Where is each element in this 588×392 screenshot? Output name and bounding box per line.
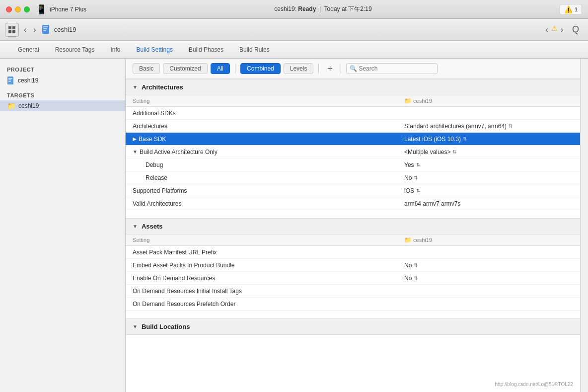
- svg-rect-2: [8, 30, 11, 33]
- table-row[interactable]: Embed Asset Packs In Product Bundle No ⇅: [126, 259, 580, 272]
- project-name: ceshi19: [54, 26, 76, 33]
- warning-icon: ⚠️: [564, 5, 573, 13]
- table-row[interactable]: On Demand Resources Prefetch Order: [126, 298, 580, 311]
- basic-filter-button[interactable]: Basic: [133, 63, 160, 74]
- sidebar: PROJECT ceshi19 TARGETS 📁 ceshi19: [0, 59, 126, 392]
- title-bar: 📱 iPhone 7 Plus ceshi19: Ready | Today a…: [0, 0, 588, 19]
- sidebar-item-project[interactable]: ceshi19: [0, 75, 125, 86]
- table-row[interactable]: ▼ Build Active Architecture Only <Multip…: [126, 146, 580, 158]
- combined-filter-button[interactable]: Combined: [240, 63, 281, 74]
- project-item-label: ceshi19: [18, 77, 38, 84]
- assets-col-folder-icon: 📁: [404, 236, 412, 243]
- main-layout: PROJECT ceshi19 TARGETS 📁 ceshi19 Basic …: [0, 59, 588, 392]
- table-row[interactable]: Release No ⇅: [126, 171, 580, 184]
- svg-rect-5: [43, 26, 48, 27]
- minimize-button[interactable]: [15, 6, 21, 12]
- search-icon: 🔍: [350, 65, 357, 72]
- assets-section: ▼ Assets Setting 📁 ceshi19 Asset Pack Ma…: [126, 218, 580, 311]
- assets-title: Assets: [142, 223, 163, 230]
- watermark: http://blog.csdn.net/Lo@51©TOL22: [495, 382, 573, 387]
- tab-general[interactable]: General: [10, 43, 47, 56]
- search-wrapper: 🔍: [346, 63, 573, 74]
- content-area: Basic Customized All Combined Levels + 🔍…: [126, 59, 580, 392]
- tab-info[interactable]: Info: [103, 43, 129, 56]
- architectures-section: ▼ Architectures Setting 📁 ceshi19 Additi…: [126, 79, 580, 210]
- warning-badge[interactable]: ⚠️ 1: [560, 4, 582, 15]
- prev-arrow[interactable]: ‹: [543, 24, 550, 35]
- build-locations-section-header[interactable]: ▼ Build Locations: [126, 318, 580, 335]
- maximize-button[interactable]: [24, 6, 30, 12]
- filter-divider-3: [341, 64, 341, 74]
- table-row[interactable]: Valid Architectures arm64 armv7 armv7s: [126, 197, 580, 210]
- svg-rect-8: [7, 77, 13, 84]
- section-collapse-arrow: ▼: [133, 224, 138, 229]
- column-header-row: Setting 📁 ceshi19: [126, 95, 580, 107]
- back-button[interactable]: ‹: [22, 24, 28, 35]
- add-button[interactable]: +: [324, 63, 336, 75]
- assets-section-header[interactable]: ▼ Assets: [126, 218, 580, 235]
- architectures-title: Architectures: [142, 83, 183, 91]
- customized-filter-button[interactable]: Customized: [163, 63, 207, 74]
- section-gap: [126, 210, 580, 218]
- svg-rect-7: [43, 30, 46, 31]
- device-name: iPhone 7 Plus: [50, 6, 86, 13]
- col-setting-header: Setting: [133, 98, 404, 104]
- assets-column-header-row: Setting 📁 ceshi19: [126, 235, 580, 246]
- build-locations-title: Build Locations: [142, 323, 190, 330]
- section-collapse-arrow: ▼: [133, 324, 138, 329]
- table-row[interactable]: Asset Pack Manifest URL Prefix: [126, 246, 580, 259]
- filter-bar: Basic Customized All Combined Levels + 🔍: [126, 59, 580, 79]
- next-arrow[interactable]: ›: [559, 24, 565, 35]
- svg-rect-6: [43, 28, 47, 29]
- project-section-header: PROJECT: [0, 65, 125, 75]
- col-value-header: 📁 ceshi19: [404, 97, 573, 104]
- project-file-icon-small: [7, 76, 15, 85]
- search-input[interactable]: [346, 63, 438, 74]
- toolbar-nav: ‹ ⚠ ›: [543, 24, 565, 35]
- traffic-lights: [6, 6, 30, 12]
- table-row[interactable]: On Demand Resources Initial Install Tags: [126, 285, 580, 298]
- svg-rect-11: [8, 81, 11, 82]
- svg-rect-0: [8, 26, 11, 29]
- tab-resource-tags[interactable]: Resource Tags: [47, 43, 103, 56]
- row-expand-arrow: ▼: [133, 149, 138, 155]
- grid-view-button[interactable]: [5, 23, 19, 37]
- tab-build-settings[interactable]: Build Settings: [129, 43, 181, 56]
- tab-build-rules[interactable]: Build Rules: [231, 43, 278, 56]
- table-row[interactable]: Additional SDKs: [126, 107, 580, 120]
- assets-col-setting-header: Setting: [133, 237, 404, 243]
- device-selector[interactable]: 📱 iPhone 7 Plus: [36, 4, 86, 15]
- folder-icon: 📁: [7, 102, 15, 110]
- levels-filter-button[interactable]: Levels: [284, 63, 314, 74]
- svg-rect-10: [8, 79, 11, 80]
- svg-rect-9: [8, 78, 12, 79]
- warning-nav-icon[interactable]: ⚠: [551, 24, 558, 35]
- toolbar: ‹ › ceshi19 ‹ ⚠ › Q: [0, 19, 588, 41]
- tab-build-phases[interactable]: Build Phases: [181, 43, 231, 56]
- target-item-label: ceshi19: [18, 102, 39, 109]
- svg-rect-1: [12, 26, 15, 29]
- architectures-section-header[interactable]: ▼ Architectures: [126, 79, 580, 95]
- section-gap-2: [126, 311, 580, 318]
- table-row[interactable]: Debug Yes ⇅: [126, 158, 580, 171]
- col-folder-icon: 📁: [404, 97, 412, 104]
- table-row[interactable]: Supported Platforms iOS ⇅: [126, 184, 580, 197]
- forward-button[interactable]: ›: [31, 24, 38, 35]
- sidebar-item-target[interactable]: 📁 ceshi19: [0, 100, 125, 111]
- table-row[interactable]: Enable On Demand Resources No ⇅: [126, 272, 580, 285]
- targets-section-header: TARGETS: [0, 90, 125, 100]
- search-corner-icon[interactable]: Q: [568, 22, 583, 37]
- project-file-icon: [41, 24, 51, 35]
- row-expand-arrow: ▶: [133, 136, 137, 142]
- filter-divider-2: [318, 64, 319, 74]
- build-locations-section: ▼ Build Locations: [126, 318, 580, 335]
- svg-rect-3: [12, 30, 15, 33]
- filter-divider: [235, 64, 235, 74]
- close-button[interactable]: [6, 6, 12, 12]
- window-title: ceshi19: Ready | Today at 下午2:19: [92, 5, 554, 13]
- right-scrollbar-area: [580, 59, 588, 392]
- all-filter-button[interactable]: All: [211, 63, 230, 74]
- table-row[interactable]: Architectures Standard architectures (ar…: [126, 120, 580, 133]
- section-collapse-arrow: ▼: [133, 84, 138, 90]
- table-row-base-sdk[interactable]: ▶ Base SDK Latest iOS (iOS 10.3) ⇅: [126, 133, 580, 146]
